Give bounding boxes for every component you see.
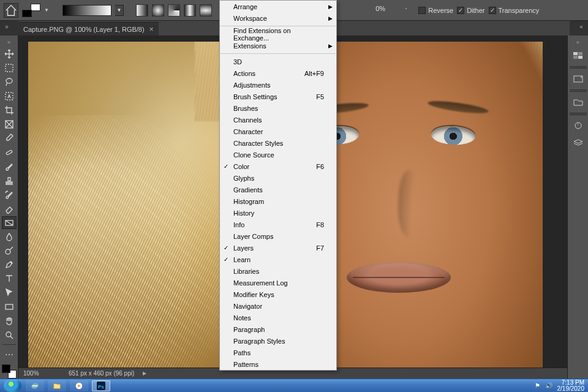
taskbar-mediaplayer-icon[interactable]	[70, 380, 88, 391]
menu-item-paths[interactable]: Paths	[220, 347, 336, 358]
eraser-tool[interactable]	[2, 202, 17, 215]
gradient-type-reflected[interactable]	[184, 4, 196, 17]
menu-item-layer-comps[interactable]: Layer Comps	[220, 230, 336, 242]
tray-flag-icon[interactable]: ⚑	[535, 382, 540, 389]
healing-tool[interactable]	[2, 146, 17, 159]
menu-item-layers[interactable]: ✓LayersF7	[220, 242, 336, 254]
gradient-preview[interactable]	[62, 5, 111, 16]
menu-item-patterns[interactable]: Patterns	[220, 358, 336, 370]
menu-item-modifier-keys[interactable]: Modifier Keys	[220, 288, 336, 300]
gradient-dropdown[interactable]: ▼	[115, 5, 124, 16]
right-panel-dock: «	[567, 36, 588, 379]
gradient-type-radial[interactable]	[152, 4, 164, 17]
dither-checkbox[interactable]: ✓ Dither	[457, 7, 484, 14]
taskbar-ie-icon[interactable]	[26, 380, 44, 391]
libraries-panel-icon[interactable]	[570, 96, 586, 109]
marquee-tool[interactable]	[2, 62, 17, 75]
menu-item-brushes[interactable]: Brushes	[220, 102, 336, 114]
menu-item-arrange[interactable]: Arrange▶	[220, 1, 336, 12]
menu-item-color[interactable]: ✓ColorF6	[220, 160, 336, 172]
menu-item-navigator[interactable]: Navigator	[220, 300, 336, 312]
menu-item-label: Color	[233, 163, 249, 170]
hand-tool[interactable]	[2, 315, 17, 328]
blur-tool[interactable]	[2, 230, 17, 243]
menu-item-libraries[interactable]: Libraries	[220, 265, 336, 277]
rectangle-tool[interactable]	[2, 301, 17, 314]
pen-tool[interactable]	[2, 258, 17, 271]
menu-item-character[interactable]: Character	[220, 126, 336, 137]
learn-panel-icon[interactable]	[570, 72, 586, 86]
tray-speaker-icon[interactable]: 🔊	[545, 382, 552, 389]
frame-tool[interactable]	[2, 118, 17, 131]
window-menu: Arrange▶Workspace▶Find Extensions on Exc…	[219, 0, 337, 371]
dodge-tool[interactable]	[2, 244, 17, 257]
opacity-cut-value: 0%	[375, 5, 401, 16]
history-brush-tool[interactable]	[2, 188, 17, 201]
zoom-level[interactable]: 100%	[23, 370, 60, 377]
tools-panel: » ⋯	[0, 36, 18, 379]
menu-item-brush-settings[interactable]: Brush SettingsF5	[220, 91, 336, 102]
move-tool[interactable]	[2, 48, 17, 61]
edit-toolbar[interactable]: ⋯	[2, 348, 17, 361]
path-select-tool[interactable]	[2, 287, 17, 300]
menu-item-character-styles[interactable]: Character Styles	[220, 137, 336, 149]
close-icon[interactable]: ×	[149, 25, 154, 34]
menu-item-gradients[interactable]: Gradients	[220, 184, 336, 195]
fg-bg-mini-swatch[interactable]	[22, 4, 40, 17]
gradient-type-linear[interactable]	[136, 4, 148, 17]
quick-select-tool[interactable]	[2, 90, 17, 103]
checkbox-box: ✓	[489, 7, 496, 14]
menu-item-adjustments[interactable]: Adjustments	[220, 79, 336, 91]
menu-item-find-extensions-on-exchange[interactable]: Find Extensions on Exchange...	[220, 28, 336, 40]
menu-item-actions[interactable]: ActionsAlt+F9	[220, 67, 336, 79]
expand-right-icon[interactable]: «	[577, 22, 586, 31]
home-button[interactable]	[4, 3, 18, 18]
layers-panel-icon[interactable]	[570, 136, 586, 149]
checkbox-label: Reverse	[428, 7, 453, 14]
menu-item-extensions[interactable]: Extensions▶	[220, 40, 336, 51]
collapse-icon[interactable]: «	[576, 39, 579, 45]
gradient-tool[interactable]	[2, 216, 17, 229]
collapse-icon[interactable]: »	[7, 39, 10, 45]
zoom-tool[interactable]	[2, 329, 17, 342]
menu-item-glyphs[interactable]: Glyphs	[220, 172, 336, 184]
menu-item-paragraph-styles[interactable]: Paragraph Styles	[220, 335, 336, 347]
menu-item-learn[interactable]: ✓Learn	[220, 254, 336, 265]
document-tab[interactable]: Capture.PNG @ 100% (Layer 1, RGB/8) ×	[18, 22, 159, 36]
menu-item-label: Character Styles	[233, 140, 283, 147]
menu-item-histogram[interactable]: Histogram	[220, 195, 336, 207]
reverse-checkbox[interactable]: Reverse	[418, 7, 453, 14]
menu-item-label: Paragraph Styles	[233, 337, 285, 345]
fg-bg-swatch[interactable]	[2, 364, 17, 379]
chevron-down-icon[interactable]: ▼	[44, 7, 49, 13]
brush-tool[interactable]	[2, 160, 17, 173]
color-panel-icon[interactable]	[570, 49, 586, 62]
menu-item-channels[interactable]: Channels	[220, 114, 336, 126]
menu-item-info[interactable]: InfoF8	[220, 219, 336, 230]
start-button[interactable]	[4, 380, 22, 392]
menu-item-measurement-log[interactable]: Measurement Log	[220, 277, 336, 288]
menu-item-workspace[interactable]: Workspace▶	[220, 12, 336, 24]
menu-item-clone-source[interactable]: Clone Source	[220, 149, 336, 160]
gradient-type-diamond[interactable]	[200, 4, 212, 17]
menu-item-label: Notes	[233, 314, 251, 322]
menu-item-paragraph[interactable]: Paragraph	[220, 323, 336, 335]
adjustments-panel-icon[interactable]	[570, 119, 586, 132]
stamp-tool[interactable]	[2, 174, 17, 187]
menu-item-notes[interactable]: Notes	[220, 312, 336, 323]
crop-tool[interactable]	[2, 104, 17, 117]
gradient-type-angle[interactable]	[168, 4, 180, 17]
lasso-tool[interactable]	[2, 76, 17, 89]
menu-item-history[interactable]: History	[220, 207, 336, 219]
chevron-right-icon[interactable]: ▶	[143, 371, 146, 376]
menu-separator	[221, 53, 336, 54]
chevron-down-icon[interactable]: ˅	[405, 7, 407, 13]
taskbar-clock[interactable]: 7:13 PM 2/19/2020	[557, 380, 585, 392]
menu-item-3d[interactable]: 3D	[220, 56, 336, 67]
expand-left-icon[interactable]: »	[2, 22, 11, 31]
eyedropper-tool[interactable]	[2, 132, 17, 145]
type-tool[interactable]	[2, 273, 17, 285]
transparency-checkbox[interactable]: ✓ Transparency	[489, 7, 540, 14]
taskbar-explorer-icon[interactable]	[48, 380, 66, 391]
taskbar-photoshop-icon[interactable]: Ps	[92, 380, 110, 391]
